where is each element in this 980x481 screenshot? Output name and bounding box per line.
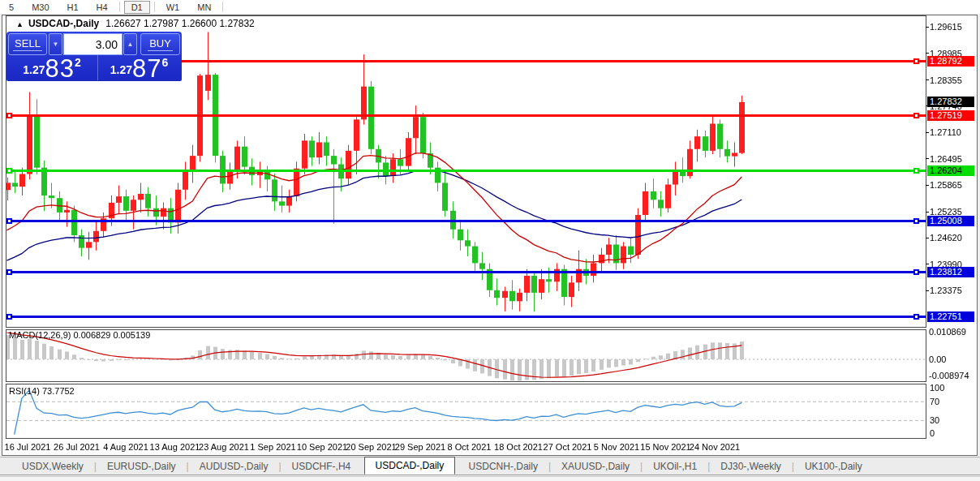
chart-tab-usdcnh-daily[interactable]: USDCNH-,Daily [458,457,548,475]
horizontal-level-line[interactable] [6,316,926,318]
level-line-handle[interactable] [6,314,12,320]
price-tick-dash [926,132,929,133]
chart-tab-audusd-daily[interactable]: AUDUSD-,Daily [189,457,279,475]
price-tick-label: 1.25865 [930,180,962,190]
date-axis-label: 29 Sep 2021 [395,442,445,452]
chart-tab-dj30-weekly[interactable]: DJ30-,Weekly [710,457,791,475]
rsi-tick-label: 100 [930,383,944,393]
sell-price[interactable]: 1.27832 [8,55,96,80]
date-axis-label: 20 Sep 2021 [346,442,396,452]
volume-increase-button[interactable]: ▲ [123,33,137,55]
price-tick-label: 1.26495 [930,154,962,164]
price-tick-label: 1.28355 [930,75,962,85]
price-tick-label: 1.27110 [930,127,961,137]
ohlc-values: 1.26627 1.27987 1.26600 1.27832 [105,18,255,29]
current-price-badge: 1.27832 [927,97,974,107]
rsi-tick-label: 70 [930,397,939,406]
chart-tab-usdx-weekly[interactable]: USDX,Weekly [11,457,94,475]
price-tick-dash [926,290,929,291]
horizontal-level-line[interactable] [6,220,926,222]
price-tick-label: 1.25235 [930,207,962,217]
price-tick-dash [926,238,929,238]
level-price-badge: 1.28792 [927,56,974,67]
price-tick-dash [926,53,929,54]
chart-tab-usdcad-daily[interactable]: USDCAD-,Daily [364,457,456,475]
volume-decrease-button[interactable]: ▼ [49,33,62,55]
application-window: 5M30H1H4D1W1MN ▲USDCAD-,Daily1.26627 1.2… [0,0,980,481]
macd-tick-label: -0.008974 [929,371,969,380]
price-tick-label: 1.24620 [930,233,962,243]
date-axis-label: 5 Nov 2021 [594,442,639,452]
date-axis-label: 4 Aug 2021 [103,442,148,452]
chart-tab-uk100-daily[interactable]: UK100-,Daily [794,457,873,475]
price-tick-dash [926,27,929,28]
date-axis-label: 26 Jul 2021 [54,442,100,452]
volume-input[interactable]: 3.00 [63,33,122,55]
macd-label: MACD(12,26,9) 0.006829 0.005139 [9,330,150,340]
symbol-marker-icon[interactable]: ▲ [16,20,24,28]
level-line-handle[interactable] [6,168,12,174]
date-axis-label: 16 Jul 2021 [5,442,51,452]
level-line-handle[interactable] [6,269,12,275]
date-axis-label: 18 Oct 2021 [494,442,543,452]
date-axis-label: 27 Oct 2021 [544,442,592,452]
price-tick-dash [926,158,929,159]
arrow-down-icon: ▼ [53,41,59,48]
date-axis-label: 24 Nov 2021 [690,442,740,452]
date-axis-label: 10 Sep 2021 [297,442,347,452]
level-line-handle[interactable] [913,113,919,118]
level-price-badge: 1.23812 [927,267,974,277]
date-axis-label: 23 Aug 2021 [199,442,249,452]
horizontal-level-line[interactable] [6,271,926,273]
arrow-up-icon: ▲ [127,41,134,48]
price-tick-dash [926,185,929,186]
horizontal-level-line[interactable] [6,170,926,172]
level-line-handle[interactable] [913,58,919,64]
horizontal-level-line[interactable] [6,114,926,117]
price-tick-label: 1.23375 [930,286,962,295]
buy-price[interactable]: 1.27876 [97,55,180,80]
chart-tab-ukoil-h1[interactable]: UKOil-,H1 [643,457,707,475]
level-line-handle[interactable] [913,269,919,275]
rsi-label: RSI(14) 73.7752 [9,386,75,396]
date-axis-label: 8 Oct 2021 [448,442,492,452]
chart-tab-eurusd-daily[interactable]: EURUSD-,Daily [97,457,187,475]
one-click-trading-panel: SELL ▼ 3.00 ▲ BUY 1.27832 1.27876 [6,32,182,81]
price-tick-dash [926,212,929,213]
rsi-tick-label: 0 [930,428,935,438]
date-axis-label: 15 Nov 2021 [640,442,690,452]
chart-tab-xauusd-daily[interactable]: XAUUSD-,Daily [551,457,640,475]
price-tick-dash [926,264,929,264]
macd-tick-label: 0.010869 [929,327,966,337]
macd-tick-label: 0.00 [929,354,946,364]
level-price-badge: 1.22751 [927,311,974,322]
rsi-tick-label: 30 [930,415,939,425]
buy-button[interactable]: BUY [140,33,180,55]
level-line-handle[interactable] [913,314,919,320]
chart-tab-usdchf-h4[interactable]: USDCHF-,H4 [282,457,362,475]
date-axis-label: 1 Sep 2021 [250,442,295,452]
level-price-badge: 1.27519 [927,110,974,121]
price-tick-dash [926,79,929,80]
price-tick-label: 1.29615 [930,22,962,32]
level-line-handle[interactable] [6,113,12,118]
level-line-handle[interactable] [913,168,919,174]
symbol-name: USDCAD-,Daily [28,18,99,29]
level-price-badge: 1.25008 [927,216,974,226]
chart-tab-bar: USDX,Weekly|EURUSD-,Daily|AUDUSD-,Daily|… [0,457,980,475]
level-line-handle[interactable] [913,218,919,224]
chart-title: ▲USDCAD-,Daily1.26627 1.27987 1.26600 1.… [16,18,255,29]
level-line-handle[interactable] [6,218,12,224]
level-price-badge: 1.26204 [927,165,974,176]
date-axis-label: 13 Aug 2021 [150,442,200,452]
sell-button[interactable]: SELL [8,33,47,55]
